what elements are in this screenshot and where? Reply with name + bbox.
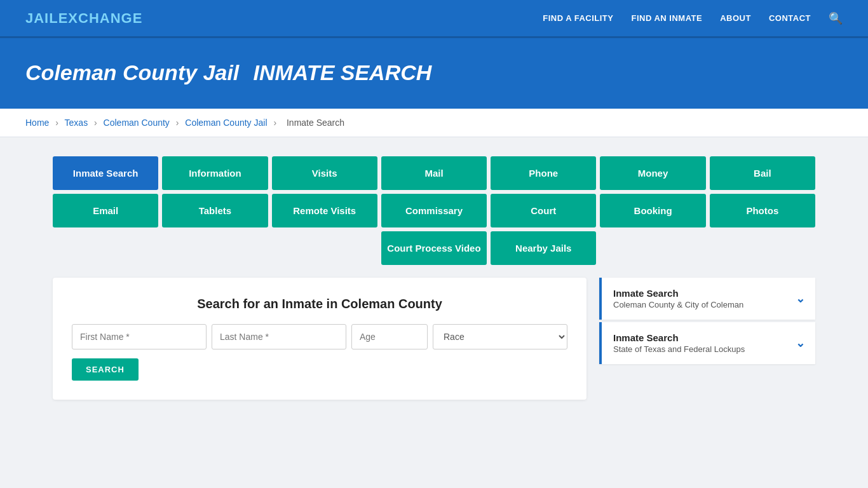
search-card: Search for an Inmate in Coleman County R… [53, 278, 587, 400]
search-inputs: Race White Black Hispanic Asian Other [72, 324, 567, 349]
tab-court-process-video[interactable]: Court Process Video [381, 231, 487, 265]
search-button[interactable]: SEARCH [72, 358, 139, 381]
tab-phone[interactable]: Phone [491, 156, 596, 190]
tab-commissary[interactable]: Commissary [381, 194, 487, 227]
breadcrumb-sep3: › [176, 118, 179, 128]
sidebar-item-county-title: Inmate Search [613, 288, 743, 299]
breadcrumb-texas[interactable]: Texas [65, 118, 88, 128]
chevron-down-icon-2: ⌄ [796, 336, 805, 350]
breadcrumb-home[interactable]: Home [25, 118, 49, 128]
breadcrumb-sep4: › [273, 118, 276, 128]
tab-email[interactable]: Email [53, 194, 158, 227]
tab-mail[interactable]: Mail [381, 156, 487, 190]
breadcrumb-jail[interactable]: Coleman County Jail [185, 118, 267, 128]
sidebar-item-county-subtitle: Coleman County & City of Coleman [613, 300, 743, 309]
hero-banner: Coleman County Jail INMATE SEARCH [0, 38, 868, 109]
chevron-down-icon: ⌄ [796, 292, 805, 306]
row3-spacer-left [53, 231, 377, 265]
site-logo[interactable]: JAILEXCHANGE [25, 10, 142, 27]
sidebar-item-state-search[interactable]: Inmate Search State of Texas and Federal… [599, 322, 815, 364]
logo-jail: JAIL [25, 10, 58, 26]
tab-bail[interactable]: Bail [710, 156, 815, 190]
tab-money[interactable]: Money [600, 156, 705, 190]
tabs-row3: Court Process Video Nearby Jails [53, 231, 815, 265]
race-select[interactable]: Race White Black Hispanic Asian Other [433, 324, 567, 349]
tab-nearby-jails[interactable]: Nearby Jails [491, 231, 596, 265]
search-form-title: Search for an Inmate in Coleman County [72, 297, 567, 311]
main-content: Inmate Search Information Visits Mail Ph… [27, 137, 841, 419]
tab-inmate-search[interactable]: Inmate Search [53, 156, 158, 190]
breadcrumb-sep1: › [55, 118, 58, 128]
search-icon-button[interactable]: 🔍 [829, 11, 843, 25]
tabs-row1: Inmate Search Information Visits Mail Ph… [53, 156, 815, 190]
tab-court[interactable]: Court [491, 194, 596, 227]
breadcrumb-current: Inmate Search [287, 118, 344, 128]
first-name-input[interactable] [72, 324, 207, 349]
nav-about[interactable]: ABOUT [720, 13, 751, 23]
tab-information[interactable]: Information [162, 156, 268, 190]
last-name-input[interactable] [212, 324, 346, 349]
hero-title-italic: INMATE SEARCH [254, 60, 432, 85]
sidebar-item-county-search[interactable]: Inmate Search Coleman County & City of C… [599, 278, 815, 320]
sidebar-item-state-text: Inmate Search State of Texas and Federal… [613, 332, 745, 354]
content-section: Search for an Inmate in Coleman County R… [53, 278, 815, 400]
breadcrumb: Home › Texas › Coleman County › Coleman … [0, 109, 868, 137]
tab-remote-visits[interactable]: Remote Visits [272, 194, 377, 227]
logo-exchange: EXCHANGE [58, 10, 143, 26]
sidebar-item-state-title: Inmate Search [613, 332, 745, 343]
sidebar: Inmate Search Coleman County & City of C… [599, 278, 815, 367]
tab-visits[interactable]: Visits [272, 156, 377, 190]
nav-find-facility[interactable]: FIND A FACILITY [543, 13, 613, 23]
breadcrumb-county[interactable]: Coleman County [104, 118, 170, 128]
sidebar-item-state-subtitle: State of Texas and Federal Lockups [613, 344, 745, 354]
sidebar-item-county-text: Inmate Search Coleman County & City of C… [613, 288, 743, 309]
breadcrumb-sep2: › [94, 118, 97, 128]
nav-find-inmate[interactable]: FIND AN INMATE [631, 13, 702, 23]
age-input[interactable] [351, 324, 428, 349]
tab-photos[interactable]: Photos [710, 194, 815, 227]
tab-tablets[interactable]: Tablets [162, 194, 268, 227]
main-nav: FIND A FACILITY FIND AN INMATE ABOUT CON… [543, 11, 843, 25]
tab-booking[interactable]: Booking [600, 194, 705, 227]
hero-title-main: Coleman County Jail [25, 60, 239, 85]
row3-spacer-right [600, 231, 815, 265]
tabs-row2: Email Tablets Remote Visits Commissary C… [53, 194, 815, 227]
nav-contact[interactable]: CONTACT [769, 13, 811, 23]
